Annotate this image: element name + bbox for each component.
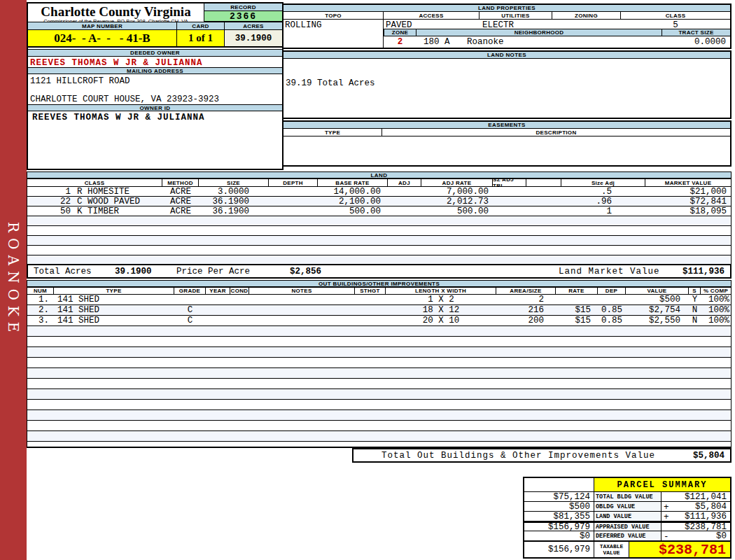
ob-h-value: VALUE <box>626 288 689 294</box>
ob-type: 141 SHED <box>54 305 174 315</box>
easement-description-label: DESCRIPTION <box>382 129 730 136</box>
land-h-adj-rate: ADJ RATE <box>421 179 493 186</box>
land-empty-rows <box>27 216 732 264</box>
ob-notes <box>249 305 355 315</box>
price-per-acre-label: Price Per Acre <box>176 267 250 276</box>
access-label: ACCESS <box>384 12 479 19</box>
land-notes-panel: LAND NOTES 39.19 Total Acres <box>282 50 732 119</box>
ob-notes <box>249 316 355 326</box>
county-title: Charlotte County Virginia <box>28 4 204 18</box>
land-header-row: CLASS METHOD SIZE DEPTH BASE RATE ADJ AD… <box>27 178 732 187</box>
ob-h-area-size: AREA/SIZE <box>496 288 556 294</box>
card-value: 1 of 1 <box>177 30 225 46</box>
neighborhood-value: Roanoke <box>467 37 504 47</box>
ob-sthgt <box>355 295 386 304</box>
ps-sign: + <box>664 512 669 522</box>
land-h-size: SIZE <box>199 179 269 186</box>
land-notes-title: LAND NOTES <box>284 52 730 59</box>
ob-dims: 1 X 2 <box>386 295 496 304</box>
taxable-prior-value: $156,979 <box>524 542 594 557</box>
land-class-name: C WOOD PAVED <box>77 197 140 206</box>
land-h-adj: ADJ <box>388 179 421 186</box>
zone-value: 2 <box>384 37 416 47</box>
ps-value-cell: +$5,804 <box>662 502 730 512</box>
card-label: CARD <box>177 22 225 29</box>
land-adj-rate: 2,012.73 <box>421 197 493 206</box>
ps-value-cell: $238,781 <box>662 523 730 531</box>
ob-h-year: YEAR <box>206 288 230 294</box>
ob-s-flag: N <box>689 316 701 326</box>
parcel-summary-row: $156,979 APPRAISED VALUE $238,781 <box>524 522 730 531</box>
ob-comp: 100% <box>701 316 731 326</box>
land-base-rate: 14,000.00 <box>318 187 388 196</box>
land-method: ACRE <box>162 187 199 196</box>
class-label: CLASS <box>621 12 730 19</box>
land-h-market-value: MARKET VALUE <box>645 179 731 186</box>
land-row: 22C WOOD PAVED ACRE 36.1900 2,100.00 2,0… <box>27 197 731 206</box>
ob-type: 141 SHED <box>54 295 174 304</box>
ps-prior-value: $0 <box>524 531 594 541</box>
ps-value-cell: +$111,936 <box>662 512 730 522</box>
land-market-value-total: $111,936 <box>682 267 724 276</box>
zoning-label: ZONING <box>552 12 621 19</box>
ob-year <box>206 295 230 304</box>
land-market-value: $18,095 <box>645 206 731 216</box>
easements-title: EASEMENTS <box>284 122 730 129</box>
price-per-acre-value: $2,856 <box>290 267 321 276</box>
ob-h-length-width: LENGTH X WIDTH <box>386 288 496 294</box>
parcel-summary-row: $75,124 TOTAL BLDG VALUE $121,041 <box>524 492 730 502</box>
ps-sign: - <box>664 532 669 542</box>
out-buildings-total-row: Total Out Buildings & Other Improvements… <box>352 448 732 463</box>
address-line1: 1121 HILLCROFT ROAD <box>30 76 130 86</box>
ps-prior-value: $75,124 <box>524 492 594 502</box>
ob-cond <box>230 295 249 304</box>
ob-rate <box>556 295 598 304</box>
land-market-value: $21,000 <box>645 187 731 196</box>
out-buildings-header-row: NUM TYPE GRADE YEAR COND NOTES STHGT LEN… <box>27 287 732 295</box>
topo-value: ROLLING <box>285 20 322 30</box>
taxable-value-row: $156,979 TAXABLE VALUE $238,781 <box>524 541 730 557</box>
land-class-num: 22 <box>27 197 71 206</box>
land-market-value-label: Land Market Value <box>559 267 660 276</box>
ps-label: LAND VALUE <box>594 512 662 522</box>
record-label: RECORD <box>204 4 282 11</box>
ob-area: 2 <box>496 295 556 304</box>
land-row: 50K TIMBER ACRE 36.1900 500.00 500.00 1 … <box>27 206 731 216</box>
acres-label: ACRES <box>225 22 282 29</box>
land-adj-rate: 7,000.00 <box>421 187 493 196</box>
land-h-class: CLASS <box>27 179 162 186</box>
ob-type: 141 SHED <box>54 316 174 326</box>
easement-type-label: TYPE <box>284 129 382 136</box>
parcel-summary-panel: PARCEL SUMMARY $75,124 TOTAL BLDG VALUE … <box>523 477 732 559</box>
taxable-label: TAXABLE VALUE <box>594 542 629 557</box>
ps-prior-value: $81,355 <box>524 512 594 522</box>
parcel-summary-title: PARCEL SUMMARY <box>594 478 730 492</box>
land-class-num: 50 <box>27 206 71 216</box>
out-buildings-total-value: $5,804 <box>693 451 724 461</box>
land-rows: 1R HOMESITE ACRE 3.0000 14,000.00 7,000.… <box>27 187 732 216</box>
ob-value: $2,550 <box>626 316 689 326</box>
map-number-value: 024- - A- - - 41-B <box>28 30 177 46</box>
ps-label: OBLDG VALUE <box>594 502 662 512</box>
ps-label: DEFERRED VALUE <box>594 531 662 541</box>
district-band: ROANOKE <box>0 0 27 560</box>
record-number: 2366 <box>204 11 282 22</box>
ob-dep <box>598 295 626 304</box>
acres-value: 39.1900 <box>225 30 282 46</box>
land-h-method: METHOD <box>162 179 199 186</box>
neighborhood-label: NEIGHBORHOOD <box>416 29 662 36</box>
property-record-card: ROANOKE Charlotte County Virginia Commis… <box>0 0 735 560</box>
ob-area: 200 <box>496 316 556 326</box>
neighborhood-code: 180 A <box>424 37 450 47</box>
land-class-name: R HOMESITE <box>77 187 130 197</box>
ob-grade: C <box>174 316 206 326</box>
easements-panel: EASEMENTS TYPE DESCRIPTION <box>282 120 732 167</box>
parcel-summary-row: $81,355 LAND VALUE +$111,936 <box>524 512 730 522</box>
owner-id-value: REEVES THOMAS W JR & JULIANNA <box>32 113 205 122</box>
ob-h-num: NUM <box>27 288 54 294</box>
land-size: 3.0000 <box>199 187 269 196</box>
total-acres-value: 39.1900 <box>115 267 152 276</box>
taxable-value: $238,781 <box>629 542 730 557</box>
ob-dep: 0.85 <box>598 305 626 315</box>
ps-value: $121,041 <box>685 492 727 502</box>
